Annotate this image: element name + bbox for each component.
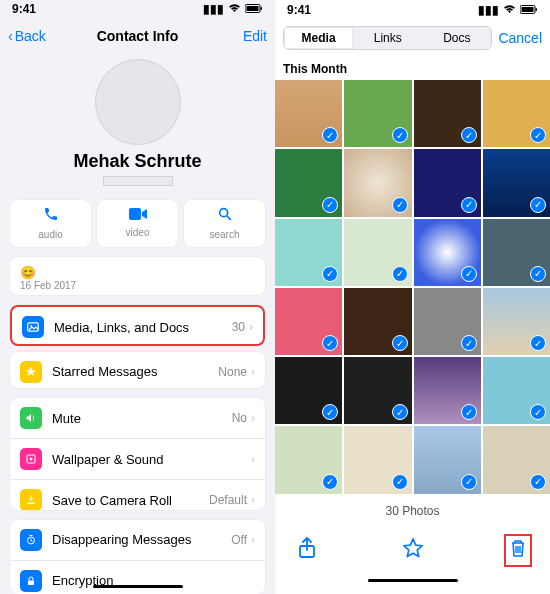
status-icons: ▮▮▮ xyxy=(203,2,263,16)
download-icon xyxy=(20,489,42,509)
media-thumb[interactable]: ✓ xyxy=(344,149,411,216)
status-time: 9:41 xyxy=(12,2,36,16)
contact-subtitle-placeholder xyxy=(103,176,173,186)
media-thumb[interactable]: ✓ xyxy=(483,357,550,424)
action-row: audio video search xyxy=(0,194,275,257)
media-thumb[interactable]: ✓ xyxy=(344,426,411,493)
starred-messages-row[interactable]: ★ Starred Messages None › xyxy=(10,352,265,389)
privacy-card: Disappearing Messages Off › Encryption xyxy=(10,520,265,594)
check-icon: ✓ xyxy=(392,127,408,143)
contact-header: Mehak Schrute xyxy=(0,53,275,194)
starred-label: Starred Messages xyxy=(52,364,218,379)
media-thumb[interactable]: ✓ xyxy=(275,149,342,216)
battery-icon xyxy=(245,2,263,16)
check-icon: ✓ xyxy=(461,474,477,490)
media-thumb[interactable]: ✓ xyxy=(414,149,481,216)
media-thumb[interactable]: ✓ xyxy=(275,288,342,355)
media-thumb[interactable]: ✓ xyxy=(483,149,550,216)
svg-line-5 xyxy=(227,216,230,219)
segmented-bar: Media Links Docs Cancel xyxy=(275,20,550,56)
media-thumb[interactable]: ✓ xyxy=(344,357,411,424)
media-thumb[interactable]: ✓ xyxy=(344,219,411,286)
camera-label: Save to Camera Roll xyxy=(52,493,209,508)
check-icon: ✓ xyxy=(461,404,477,420)
check-icon: ✓ xyxy=(322,197,338,213)
check-icon: ✓ xyxy=(530,335,546,351)
encryption-row[interactable]: Encryption xyxy=(10,560,265,594)
search-label: search xyxy=(209,229,239,240)
svg-rect-3 xyxy=(129,208,141,220)
media-thumb[interactable]: ✓ xyxy=(414,426,481,493)
wallpaper-label: Wallpaper & Sound xyxy=(52,452,251,467)
search-button[interactable]: search xyxy=(184,200,265,247)
chevron-right-icon: › xyxy=(251,493,255,507)
check-icon: ✓ xyxy=(530,474,546,490)
audio-button[interactable]: audio xyxy=(10,200,91,247)
cancel-button[interactable]: Cancel xyxy=(498,30,542,46)
mute-value: No xyxy=(232,411,247,425)
page-title: Contact Info xyxy=(97,28,179,44)
battery-icon xyxy=(520,3,538,17)
tab-media[interactable]: Media xyxy=(284,27,353,49)
media-thumb[interactable]: ✓ xyxy=(275,357,342,424)
tab-links[interactable]: Links xyxy=(353,27,422,49)
audio-label: audio xyxy=(38,229,62,240)
media-thumb[interactable]: ✓ xyxy=(483,288,550,355)
mute-row[interactable]: Mute No › xyxy=(10,398,265,438)
media-thumb[interactable]: ✓ xyxy=(344,288,411,355)
tab-docs[interactable]: Docs xyxy=(422,27,491,49)
starred-value: None xyxy=(218,365,247,379)
disappearing-row[interactable]: Disappearing Messages Off › xyxy=(10,520,265,560)
media-thumb[interactable]: ✓ xyxy=(483,80,550,147)
chevron-right-icon: › xyxy=(251,452,255,466)
wifi-icon xyxy=(228,2,241,16)
edit-button[interactable]: Edit xyxy=(207,28,267,44)
wallpaper-icon xyxy=(20,448,42,470)
check-icon: ✓ xyxy=(392,474,408,490)
wallpaper-row[interactable]: Wallpaper & Sound › xyxy=(10,438,265,479)
media-thumb[interactable]: ✓ xyxy=(344,80,411,147)
avatar[interactable] xyxy=(95,59,181,145)
contact-name: Mehak Schrute xyxy=(73,151,201,172)
check-icon: ✓ xyxy=(461,127,477,143)
media-thumb[interactable]: ✓ xyxy=(483,426,550,493)
media-thumb[interactable]: ✓ xyxy=(275,219,342,286)
lock-icon xyxy=(20,570,42,592)
status-icons: ▮▮▮ xyxy=(478,3,538,17)
status-bar-left: 9:41 ▮▮▮ xyxy=(0,0,275,18)
section-title: This Month xyxy=(275,56,550,80)
nav-bar-left: ‹ Back Contact Info Edit xyxy=(0,18,275,53)
disappear-value: Off xyxy=(231,533,247,547)
check-icon: ✓ xyxy=(392,404,408,420)
status-time: 9:41 xyxy=(287,3,311,17)
status-bar-right: 9:41 ▮▮▮ xyxy=(275,0,550,20)
video-label: video xyxy=(126,227,150,238)
settings-card: Mute No › Wallpaper & Sound › Save to Ca… xyxy=(10,398,265,509)
media-thumb[interactable]: ✓ xyxy=(414,80,481,147)
media-links-docs-row[interactable]: Media, Links, and Docs 30 › xyxy=(12,307,263,346)
media-thumb[interactable]: ✓ xyxy=(414,357,481,424)
contact-info-screen: 9:41 ▮▮▮ ‹ Back Contact Info Edit Mehak … xyxy=(0,0,275,594)
chevron-right-icon: › xyxy=(251,411,255,425)
media-value: 30 xyxy=(232,320,245,334)
bottom-toolbar xyxy=(275,528,550,579)
media-thumb[interactable]: ✓ xyxy=(414,219,481,286)
delete-button[interactable] xyxy=(510,540,526,562)
media-thumb[interactable]: ✓ xyxy=(275,426,342,493)
media-thumb[interactable]: ✓ xyxy=(414,288,481,355)
home-indicator xyxy=(93,585,183,588)
status-card: 😊 16 Feb 2017 xyxy=(10,257,265,295)
media-thumb[interactable]: ✓ xyxy=(275,80,342,147)
check-icon: ✓ xyxy=(392,197,408,213)
camera-roll-row[interactable]: Save to Camera Roll Default › xyxy=(10,479,265,509)
check-icon: ✓ xyxy=(322,474,338,490)
check-icon: ✓ xyxy=(461,266,477,282)
back-button[interactable]: ‹ Back xyxy=(8,28,68,44)
video-button[interactable]: video xyxy=(97,200,178,247)
share-button[interactable] xyxy=(293,537,321,564)
starred-card: ★ Starred Messages None › xyxy=(10,352,265,389)
timer-icon xyxy=(20,529,42,551)
star-button[interactable] xyxy=(399,537,427,564)
media-thumb[interactable]: ✓ xyxy=(483,219,550,286)
svg-rect-10 xyxy=(28,503,35,505)
